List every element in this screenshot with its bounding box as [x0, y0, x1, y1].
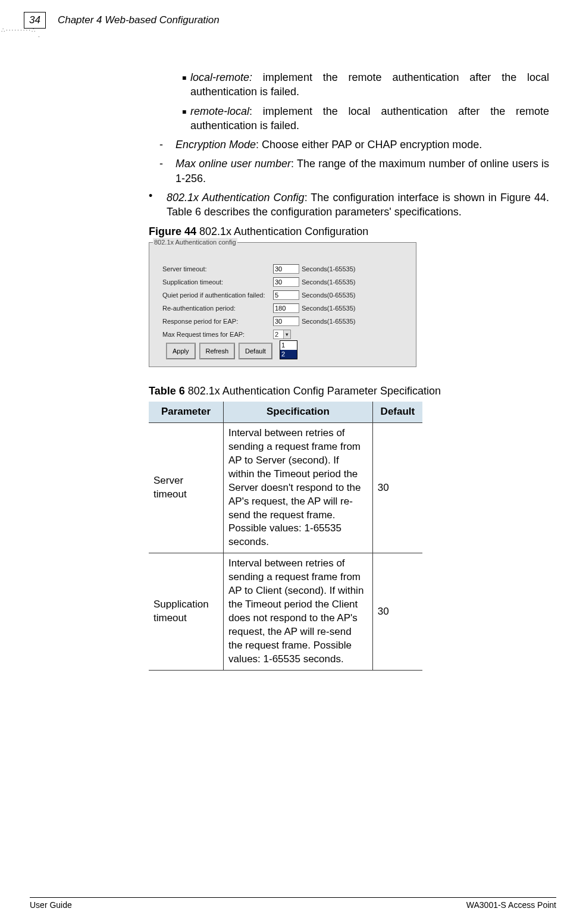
square-bullet-icon: ■ [149, 70, 190, 99]
field-label: Re-authentication period: [154, 304, 273, 313]
chevron-down-icon: ▾ [283, 330, 290, 339]
term-label: 802.1x Authentication Config [167, 192, 305, 203]
table-row: Server timeout Interval between retries … [149, 422, 422, 553]
apply-button[interactable]: Apply [166, 343, 196, 359]
figure-number: Figure 44 [149, 225, 196, 237]
config-row: Supplication timeout: Seconds(1-65535) [154, 276, 411, 287]
list-item: ■ local-remote: implement the remote aut… [149, 70, 549, 99]
range-hint: Seconds(1-65535) [299, 317, 356, 326]
response-period-input[interactable] [273, 317, 299, 326]
col-specification: Specification [223, 402, 372, 422]
dash-bullet-icon: - [149, 156, 176, 186]
config-row: Quiet period if authentication failed: S… [154, 289, 411, 300]
cell-spec: Interval between retries of sending a re… [223, 553, 372, 671]
list-item: • 802.1x Authentication Config: The conf… [149, 190, 549, 220]
chapter-title: Chapter 4 Web-based Configuration [58, 14, 220, 26]
cell-default: 30 [372, 553, 422, 671]
page-footer: User Guide WA3001-S Access Point [30, 897, 556, 910]
footer-right: WA3001-S Access Point [466, 900, 556, 910]
table-title-text: 802.1x Authentication Config Parameter S… [185, 385, 441, 397]
max-request-select[interactable]: 2 ▾ [273, 330, 291, 339]
figure-title-text: 802.1x Authentication Configuration [196, 225, 368, 237]
list-item: ■ remote-local: implement the local auth… [149, 104, 549, 133]
list-item: - Encryption Mode: Choose either PAP or … [149, 137, 549, 152]
figure-caption: Figure 44 802.1x Authentication Configur… [149, 224, 549, 239]
config-row: Response period for EAP: Seconds(1-65535… [154, 315, 411, 326]
config-row: Max Request times for EAP: 2 ▾ [154, 328, 411, 339]
term-label: Encryption Mode [176, 139, 256, 151]
term-label: remote-local [190, 105, 249, 117]
field-label: Supplication timeout: [154, 278, 273, 287]
parameter-table: Parameter Specification Default Server t… [149, 402, 422, 671]
col-default: Default [372, 402, 422, 422]
config-row: Server timeout: Seconds(1-65535) [154, 263, 411, 274]
table-number: Table 6 [149, 385, 185, 397]
page-header: 34 Chapter 4 Web-based Configuration [24, 12, 556, 29]
range-hint: Seconds(1-65535) [299, 304, 356, 313]
table-row: Supplication timeout Interval between re… [149, 553, 422, 671]
field-label: Server timeout: [154, 265, 273, 274]
col-parameter: Parameter [149, 402, 223, 422]
refresh-button[interactable]: Refresh [199, 343, 236, 359]
list-item: - Max online user number: The range of t… [149, 156, 549, 186]
table-header-row: Parameter Specification Default [149, 402, 422, 422]
quiet-period-input[interactable] [273, 290, 299, 300]
button-row: Apply Refresh Default [154, 343, 272, 359]
dropdown-list[interactable]: 1 2 [280, 340, 297, 359]
dropdown-option[interactable]: 1 [280, 341, 297, 350]
field-label: Quiet period if authentication failed: [154, 291, 273, 300]
cell-spec: Interval between retries of sending a re… [223, 422, 372, 553]
main-content: ■ local-remote: implement the remote aut… [149, 70, 549, 671]
cell-param: Server timeout [149, 422, 223, 553]
default-button[interactable]: Default [239, 343, 272, 359]
field-label: Max Request times for EAP: [154, 330, 273, 339]
dash-bullet-icon: - [149, 137, 176, 152]
cell-default: 30 [372, 422, 422, 553]
term-label: local-remote: [190, 71, 252, 83]
decorative-dots: ∴·········∴ · [1, 27, 41, 40]
term-label: Max online user number [176, 158, 291, 170]
range-hint: Seconds(1-65535) [299, 265, 356, 274]
range-hint: Seconds(0-65535) [299, 291, 356, 300]
page-number-box: 34 [24, 12, 46, 29]
table-caption: Table 6 802.1x Authentication Config Par… [149, 384, 549, 398]
dropdown-option-selected[interactable]: 2 [280, 350, 297, 359]
config-panel: 802.1x Authentication config Server time… [149, 242, 416, 367]
panel-legend: 802.1x Authentication config [153, 238, 237, 247]
cell-param: Supplication timeout [149, 553, 223, 671]
range-hint: Seconds(1-65535) [299, 278, 356, 287]
reauth-period-input[interactable] [273, 303, 299, 313]
select-value: 2 [274, 330, 283, 339]
square-bullet-icon: ■ [149, 104, 190, 133]
config-row: Re-authentication period: Seconds(1-6553… [154, 302, 411, 313]
term-text: : Choose either PAP or CHAP encryption m… [256, 139, 482, 151]
field-label: Response period for EAP: [154, 317, 273, 326]
supplication-timeout-input[interactable] [273, 277, 299, 287]
server-timeout-input[interactable] [273, 264, 299, 274]
footer-left: User Guide [30, 900, 72, 910]
dot-bullet-icon: • [149, 190, 167, 220]
